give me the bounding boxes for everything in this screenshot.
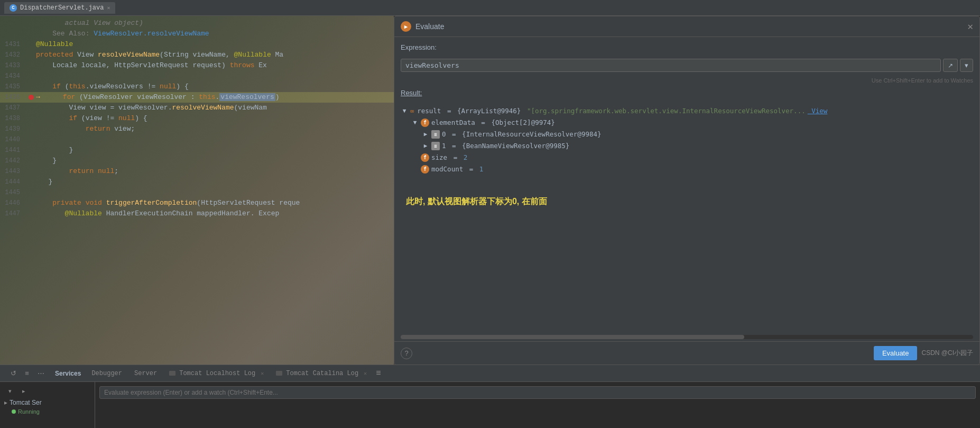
expression-input-row: ↗ ▾ [401, 59, 973, 72]
list-icon-1: ≡ [431, 142, 440, 150]
code-line-1433: 1433 Locale locale, HttpServletRequest r… [0, 60, 394, 71]
code-line-1438: 1438 if (view != null) { [0, 113, 394, 124]
tree-row-0: ▶ ≡ 0 = {InternalResourceViewResolver@99… [401, 129, 973, 140]
services-label: Services [51, 370, 85, 377]
main-layout: actual View object) See Also: ViewResolv… [0, 16, 980, 365]
tomcat-item[interactable]: ▸ Tomcat Ser [4, 398, 90, 407]
tab-server[interactable]: Server [129, 365, 163, 382]
code-line-1434: 1434 [0, 71, 394, 81]
tomcat-arrow: ▸ [4, 399, 7, 406]
bottom-right-panel [95, 382, 980, 428]
code-line-1432: 1432 protected View resolveViewName(Stri… [0, 50, 394, 60]
log-icon [169, 371, 175, 376]
tab-close-localhost[interactable]: ✕ [261, 370, 264, 377]
bottom-content: ▾ ▸ ▸ Tomcat Ser Running [0, 382, 980, 428]
horizontal-scrollbar[interactable] [401, 335, 973, 339]
expression-label: Expression: [401, 43, 973, 51]
tree-row-elementdata: ▼ f elementData = {Object[2]@9974} [401, 117, 973, 129]
code-editor[interactable]: actual View object) See Also: ViewResolv… [0, 16, 394, 365]
code-line-1436: 1436 → for (ViewResolver viewResolver : … [0, 92, 394, 103]
evaluate-panel: ▶ Evaluate ✕ Expression: ↗ ▾ Use Ctrl+Sh… [394, 16, 980, 365]
code-line-1440: 1440 [0, 134, 394, 145]
file-type-icon: C [10, 4, 17, 12]
code-line-1435: 1435 if (this.viewResolvers != null) { [0, 81, 394, 92]
evaluate-button[interactable]: Evaluate [874, 346, 918, 360]
bottom-panel: ↺ ≡ ⋯ Services Debugger Server Tomcat Lo… [0, 365, 980, 428]
bottom-left-panel: ▾ ▸ ▸ Tomcat Ser Running [0, 382, 95, 428]
help-icon[interactable]: ? [401, 348, 412, 359]
code-line: See Also: ViewResolver.resolveViewName [0, 29, 394, 39]
bottom-eval-input[interactable] [99, 386, 976, 399]
tab-tomcat-localhost-log[interactable]: Tomcat Localhost Log ✕ [164, 365, 270, 382]
tab-more-btn[interactable]: ≡ [376, 369, 381, 378]
evaluate-icon: ▶ [401, 21, 411, 32]
code-line-1447: 1447 @Nullable HandlerExecutionChain map… [0, 208, 394, 219]
tab-tomcat-catalina-log[interactable]: Tomcat Catalina Log ✕ [271, 365, 373, 382]
view-link[interactable]: View [808, 105, 828, 117]
list-icon-0: ≡ [431, 130, 440, 139]
evaluate-title-bar: ▶ Evaluate ✕ [394, 16, 979, 37]
field-icon-size: f [421, 153, 429, 162]
scrollbar-thumb [401, 335, 744, 339]
code-line-1439: 1439 return view; [0, 124, 394, 134]
annotation-text: 此时, 默认视图解析器下标为0, 在前面 [401, 191, 973, 213]
csdn-watermark: CSDN @CI小园子 [921, 349, 973, 358]
tree-expand-0[interactable]: ▶ [422, 129, 429, 140]
code-line-1444: 1444 } [0, 177, 394, 187]
result-tree: ▼ ∞ result = {ArrayList@9946} "[org.spri… [401, 105, 973, 175]
editor-tab[interactable]: C DispatcherServlet.java ✕ [4, 2, 115, 14]
code-line-1442: 1442 } [0, 156, 394, 166]
tab-close-catalina[interactable]: ✕ [364, 370, 367, 377]
code-line-1446: 1446 private void triggerAfterCompletion… [0, 198, 394, 208]
expression-dropdown-button[interactable]: ▾ [960, 59, 973, 72]
tree-expand-1[interactable]: ▶ [422, 140, 429, 152]
code-line-1445: 1445 [0, 187, 394, 198]
refresh-button[interactable]: ↺ [7, 368, 19, 379]
code-line-1431: 1431 @Nullable [0, 39, 394, 50]
breakpoint-marker[interactable] [29, 95, 34, 100]
field-icon-modcount: f [421, 165, 429, 174]
expression-expand-button[interactable]: ↗ [943, 59, 958, 72]
tab-debugger[interactable]: Debugger [86, 365, 128, 382]
tree-expand-elementdata[interactable]: ▼ [411, 117, 419, 129]
tab-close-icon[interactable]: ✕ [107, 5, 110, 11]
expression-input[interactable] [401, 59, 941, 72]
code-line: actual View object) [0, 18, 394, 29]
list-button[interactable]: ≡ [21, 368, 33, 379]
field-icon-f: f [421, 119, 429, 127]
code-line-1441: 1441 } [0, 145, 394, 156]
log-icon-2 [276, 371, 282, 376]
tree-row-result: ▼ ∞ result = {ArrayList@9946} "[org.spri… [401, 105, 973, 117]
evaluate-title: Evaluate [415, 22, 444, 31]
bottom-controls: ↺ ≡ ⋯ [4, 368, 50, 379]
title-bar: C DispatcherServlet.java ✕ [0, 0, 980, 16]
more-button[interactable]: ⋯ [35, 368, 47, 379]
running-item: Running [4, 407, 90, 416]
tomcat-name: Tomcat Ser [10, 399, 42, 406]
result-label: Result: [401, 89, 973, 97]
running-status: Running [18, 408, 40, 415]
ctrl-hint: Use Ctrl+Shift+Enter to add to Watches [401, 77, 973, 84]
code-line-1437: 1437 View view = viewResolver.resolveVie… [0, 103, 394, 113]
bottom-tab-bar: ↺ ≡ ⋯ Services Debugger Server Tomcat Lo… [0, 365, 980, 382]
evaluate-close-button[interactable]: ✕ [967, 21, 973, 32]
bottom-arrow-right[interactable]: ▸ [18, 385, 30, 397]
running-indicator [12, 409, 16, 414]
tab-filename: DispatcherServlet.java [20, 4, 104, 12]
tree-row-1: ▶ ≡ 1 = {BeanNameViewResolver@9985} [401, 140, 973, 152]
tree-row-modcount: f modCount = 1 [401, 163, 973, 175]
code-line-1443: 1443 return null; [0, 166, 394, 177]
evaluate-footer: ? Evaluate CSDN @CI小园子 [394, 341, 979, 365]
tree-row-size: f size = 2 [401, 152, 973, 163]
evaluate-body: Expression: ↗ ▾ Use Ctrl+Shift+Enter to … [394, 37, 979, 333]
code-content: actual View object) See Also: ViewResolv… [0, 16, 394, 221]
bottom-arrow-down[interactable]: ▾ [4, 385, 16, 397]
tree-expand-result[interactable]: ▼ [401, 105, 408, 117]
